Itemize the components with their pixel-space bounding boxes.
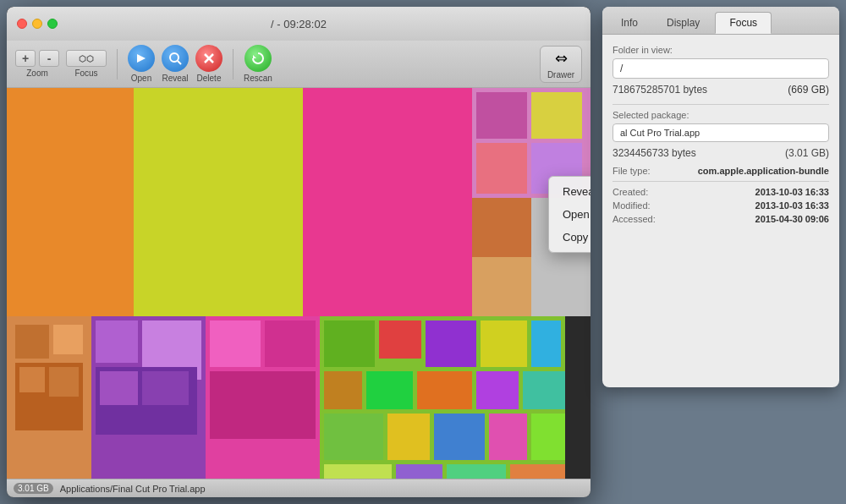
info-panel: Info Display Focus Folder in view: / 718…: [602, 7, 839, 387]
rescan-group: Rescan: [244, 45, 272, 83]
drawer-button[interactable]: ⇔ Drawer: [540, 46, 582, 83]
treemap-purple-sub-5[interactable]: [142, 371, 189, 405]
treemap-g-1[interactable]: [324, 320, 375, 367]
svg-point-0: [170, 53, 179, 62]
treemap-g-3[interactable]: [426, 320, 476, 367]
zoom-group: + - Zoom: [15, 50, 59, 78]
treemap-g-12[interactable]: [387, 414, 430, 460]
treemap-g-17[interactable]: [396, 464, 442, 479]
treemap-g-13[interactable]: [434, 414, 485, 460]
open-label: Open: [131, 74, 151, 83]
treemap-purple-sub-1[interactable]: [96, 320, 138, 363]
delete-group: Delete: [195, 45, 222, 83]
traffic-lights: [17, 19, 58, 29]
treemap-mag-sub-3[interactable]: [210, 371, 316, 439]
treemap-g-2[interactable]: [379, 320, 421, 359]
focus-icon-btn[interactable]: ⬡⬡: [66, 50, 107, 67]
content-area[interactable]: [7, 88, 591, 479]
maximize-button[interactable]: [47, 19, 58, 29]
context-menu-copy[interactable]: Copy path ⌘C: [549, 226, 591, 249]
toolbar-divider-2: [233, 49, 233, 79]
treemap-nested-1[interactable]: [476, 92, 527, 139]
treemap-g-14[interactable]: [489, 414, 527, 460]
status-bar: 3.01 GB Applications/Final Cut Pro Trial…: [7, 479, 591, 497]
pkg-bytes-row: 3234456733 bytes (3.01 GB): [613, 147, 829, 159]
treemap-g-7[interactable]: [366, 371, 413, 409]
zoom-in-button[interactable]: +: [15, 50, 36, 67]
treemap-sub-5[interactable]: [49, 367, 79, 397]
treemap-sub-2[interactable]: [53, 325, 83, 354]
context-reveal-label: Reveal in Finder: [563, 185, 591, 198]
context-menu: Reveal in Finder Open with Finder Copy p…: [548, 176, 591, 253]
treemap-g-11[interactable]: [324, 414, 383, 460]
status-path: Applications/Final Cut Pro Trial.app: [60, 484, 206, 494]
treemap-block-yellow[interactable]: [134, 88, 303, 316]
treemap-nested-3[interactable]: [476, 143, 527, 194]
open-group: Open: [128, 45, 155, 83]
panel-divider-1: [613, 104, 829, 105]
reveal-label: Reveal: [162, 74, 188, 83]
rescan-icon: [250, 51, 266, 66]
treemap-nested-2[interactable]: [531, 92, 582, 139]
treemap-g-16[interactable]: [324, 464, 392, 479]
svg-line-1: [178, 61, 181, 64]
treemap-g-4[interactable]: [481, 320, 527, 367]
rescan-button[interactable]: [244, 45, 272, 72]
treemap-mag-sub-2[interactable]: [265, 320, 316, 367]
created-row: Created: 2013-10-03 16:33: [613, 187, 829, 197]
treemap-g-5[interactable]: [531, 320, 561, 367]
open-icon: [134, 51, 149, 66]
title-bar: / - 09:28:02: [7, 7, 591, 41]
panel-content: Folder in view: / 718675285701 bytes (66…: [602, 35, 839, 238]
rescan-label: Rescan: [244, 74, 272, 83]
context-menu-reveal[interactable]: Reveal in Finder: [549, 180, 591, 203]
pkg-gb-value: (3.01 GB): [785, 147, 829, 159]
treemap-g-9[interactable]: [476, 371, 519, 409]
status-size-badge: 3.01 GB: [14, 483, 53, 494]
zoom-label: Zoom: [26, 68, 48, 78]
created-value: 2013-10-03 16:33: [755, 187, 829, 197]
delete-label: Delete: [197, 74, 222, 83]
treemap-block-tan[interactable]: [472, 257, 531, 316]
treemap-g-18[interactable]: [447, 464, 506, 479]
treemap-sub-4[interactable]: [19, 367, 45, 392]
treemap-g-6[interactable]: [324, 371, 362, 409]
context-menu-open[interactable]: Open with Finder: [549, 203, 591, 226]
total-bytes-value: 718675285701 bytes: [613, 84, 707, 96]
minimize-button[interactable]: [32, 19, 42, 29]
reveal-group: Reveal: [162, 45, 189, 83]
tab-focus[interactable]: Focus: [715, 12, 772, 34]
treemap-mag-sub-1[interactable]: [210, 320, 261, 367]
treemap-block-brown[interactable]: [472, 198, 531, 257]
drawer-icon: ⇔: [555, 49, 568, 68]
treemap-g-19[interactable]: [510, 464, 565, 479]
toolbar-divider-1: [117, 49, 118, 79]
panel-divider-2: [613, 181, 829, 182]
tab-display[interactable]: Display: [653, 12, 713, 34]
delete-icon: [201, 51, 217, 66]
open-button[interactable]: [128, 45, 155, 72]
treemap-purple-sub-4[interactable]: [100, 371, 138, 405]
drawer-label: Drawer: [547, 70, 574, 79]
tab-info[interactable]: Info: [607, 12, 651, 34]
delete-button[interactable]: [195, 45, 222, 72]
toolbar: + - Zoom ⬡⬡ Focus Open: [7, 41, 591, 88]
treemap-g-15[interactable]: [531, 414, 565, 460]
treemap-g-8[interactable]: [417, 371, 472, 409]
file-type-row: File type: com.apple.application-bundle: [613, 166, 829, 176]
treemap-g-10[interactable]: [523, 371, 565, 409]
total-bytes-row: 718675285701 bytes (669 GB): [613, 84, 829, 96]
window-title: / - 09:28:02: [271, 18, 327, 30]
zoom-out-button[interactable]: -: [39, 50, 59, 67]
folder-in-view-value[interactable]: /: [613, 58, 829, 79]
treemap-block-orange[interactable]: [7, 88, 134, 316]
selected-package-name: al Cut Pro Trial.app: [613, 123, 829, 142]
treemap-sub-1[interactable]: [15, 325, 49, 359]
close-button[interactable]: [17, 19, 27, 29]
context-copy-label: Copy path: [563, 231, 591, 244]
main-window: / - 09:28:02 + - Zoom ⬡⬡ Focus: [7, 7, 591, 497]
treemap-visualization[interactable]: [7, 88, 591, 479]
reveal-button[interactable]: [162, 45, 189, 72]
treemap-block-pink[interactable]: [303, 88, 472, 316]
file-type-value: com.apple.application-bundle: [698, 166, 829, 176]
